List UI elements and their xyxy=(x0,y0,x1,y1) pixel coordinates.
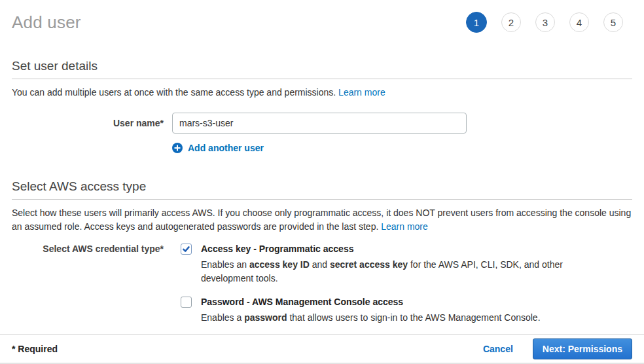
cancel-button[interactable]: Cancel xyxy=(483,344,513,354)
footer-actions: Cancel Next: Permissions xyxy=(483,338,632,359)
desc-bold: secret access key xyxy=(330,259,408,270)
plus-circle-icon xyxy=(172,143,183,153)
access-key-option-text: Access key - Programmatic access Enables… xyxy=(201,243,567,285)
learn-more-link-access-type[interactable]: Learn more xyxy=(381,221,428,232)
wizard-header: Add user 1 2 3 4 5 xyxy=(12,0,632,33)
desc-text: Enables an xyxy=(201,259,249,270)
page-title: Add user xyxy=(12,12,81,33)
step-5[interactable]: 5 xyxy=(603,12,623,32)
add-another-user-label: Add another user xyxy=(188,143,264,153)
user-details-intro-text: You can add multiple users at once with … xyxy=(12,87,338,98)
desc-text: that allows users to sign-in to the AWS … xyxy=(287,312,541,323)
desc-text: and xyxy=(310,259,330,270)
access-type-intro: Select how these users will primarily ac… xyxy=(12,206,632,234)
add-user-wizard-page: Add user 1 2 3 4 5 Set user details You … xyxy=(0,0,644,364)
step-1[interactable]: 1 xyxy=(466,12,487,33)
section-heading-user-details: Set user details xyxy=(12,59,632,79)
step-indicator: 1 2 3 4 5 xyxy=(466,12,632,33)
password-option-desc: Enables a password that allows users to … xyxy=(201,311,541,325)
desc-bold: password xyxy=(244,312,287,323)
username-input[interactable] xyxy=(172,113,467,134)
wizard-footer: * Required Cancel Next: Permissions xyxy=(0,334,644,364)
username-form-row: User name* xyxy=(12,113,632,134)
credential-type-label: Select AWS credential type* xyxy=(12,243,164,325)
section-heading-access-type: Select AWS access type xyxy=(12,179,632,200)
step-4[interactable]: 4 xyxy=(569,12,589,32)
credential-type-row: Select AWS credential type* Access key -… xyxy=(12,243,632,325)
option-access-key: Access key - Programmatic access Enables… xyxy=(181,243,567,285)
desc-bold: access key ID xyxy=(249,259,310,270)
access-key-option-title: Access key - Programmatic access xyxy=(201,243,567,255)
password-option-text: Password - AWS Management Console access… xyxy=(201,296,541,325)
next-permissions-button[interactable]: Next: Permissions xyxy=(533,338,632,359)
access-key-checkbox[interactable] xyxy=(181,244,192,255)
credential-options: Access key - Programmatic access Enables… xyxy=(181,243,567,325)
required-note: * Required xyxy=(12,344,58,354)
checkmark-icon xyxy=(182,245,190,253)
username-label: User name* xyxy=(12,113,164,134)
user-details-intro: You can add multiple users at once with … xyxy=(12,86,632,100)
option-password: Password - AWS Management Console access… xyxy=(181,296,567,325)
add-another-user-button[interactable]: Add another user xyxy=(172,143,264,153)
desc-text: Enables a xyxy=(201,312,244,323)
learn-more-link-user-details[interactable]: Learn more xyxy=(338,87,385,98)
password-checkbox[interactable] xyxy=(181,297,192,308)
step-3[interactable]: 3 xyxy=(535,12,555,32)
password-option-title: Password - AWS Management Console access xyxy=(201,296,541,308)
access-type-intro-text: Select how these users will primarily ac… xyxy=(12,208,631,232)
step-2[interactable]: 2 xyxy=(501,12,521,32)
access-key-option-desc: Enables an access key ID and secret acce… xyxy=(201,258,567,285)
